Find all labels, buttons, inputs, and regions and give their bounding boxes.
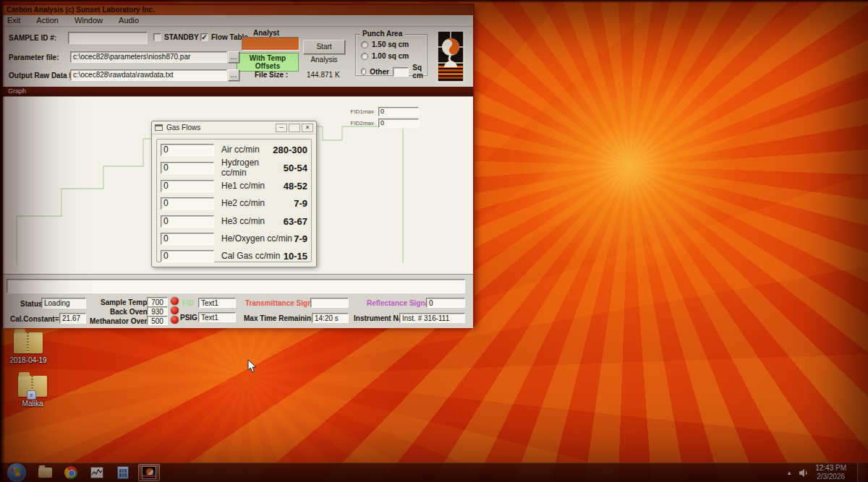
fid2-row: FID2max 0 bbox=[351, 119, 419, 128]
air-flow-input[interactable]: 0 bbox=[161, 144, 214, 156]
taskbar-carbon-analysis-button[interactable] bbox=[138, 464, 160, 481]
desktop-icon-label: 2018-04-19 bbox=[1, 356, 55, 364]
calgas-flow-range: 10-15 bbox=[284, 251, 307, 262]
gas-flow-row-he1: 0 He1 cc/min 48-52 bbox=[161, 179, 307, 192]
status-input[interactable]: Loading bbox=[41, 298, 86, 309]
message-textbox[interactable] bbox=[7, 279, 465, 293]
gas-flow-row-calgas: 0 Cal Gas cc/min 10-15 bbox=[161, 249, 307, 262]
sample-id-input[interactable] bbox=[68, 32, 148, 44]
reflectance-input[interactable]: 0 bbox=[426, 298, 465, 308]
taskbar-calculator-button[interactable] bbox=[112, 464, 134, 481]
control-panel: SAMPLE ID #: STANDBY ✓ Flow Table Analys… bbox=[3, 27, 473, 87]
minimize-button[interactable]: ─ bbox=[276, 124, 287, 132]
gas-flows-titlebar[interactable]: Gas Flows ─ ✕ bbox=[152, 121, 316, 134]
he1-flow-input[interactable]: 0 bbox=[161, 180, 214, 192]
maximize-button[interactable] bbox=[289, 124, 300, 132]
methanator-oven-led bbox=[171, 316, 179, 324]
heoxygen-flow-range: 7-9 bbox=[294, 233, 307, 244]
calculator-icon bbox=[117, 466, 129, 479]
start-analysis-button[interactable]: Start Analysis bbox=[303, 40, 345, 54]
file-size-value: 144.871 K bbox=[307, 71, 340, 79]
show-desktop-button[interactable] bbox=[857, 463, 865, 482]
punch-area-group: Punch Area 1.50 sq cm 1.00 sq cm Other S… bbox=[355, 34, 427, 76]
psig-input[interactable]: Text1 bbox=[198, 312, 236, 322]
fid1-row: FID1max 0 bbox=[351, 107, 419, 116]
back-oven-input[interactable]: 930 bbox=[147, 306, 168, 316]
analyst-input[interactable] bbox=[242, 37, 299, 51]
shortcut-badge-icon: e bbox=[27, 390, 36, 400]
fid-label: FID bbox=[182, 299, 194, 307]
punch-other-input[interactable] bbox=[393, 67, 409, 77]
windows-logo-icon bbox=[11, 468, 22, 478]
back-oven-led bbox=[171, 306, 179, 314]
radio-label: 1.50 sq cm bbox=[372, 40, 409, 48]
menu-exit[interactable]: Exit bbox=[7, 16, 20, 26]
hydrogen-flow-range: 50-54 bbox=[284, 163, 307, 173]
fid-input[interactable]: Text1 bbox=[198, 298, 236, 308]
clock-date: 2/3/2026 bbox=[815, 473, 846, 481]
close-button[interactable]: ✕ bbox=[302, 124, 313, 132]
taskbar-chrome-button[interactable] bbox=[60, 464, 82, 481]
menu-action[interactable]: Action bbox=[36, 16, 59, 26]
gas-flow-row-heoxygen: 0 He/Oxygen cc/min 7-9 bbox=[161, 232, 307, 245]
menu-window[interactable]: Window bbox=[75, 16, 103, 26]
standby-label: STANDBY bbox=[164, 33, 199, 41]
parameter-browse-button[interactable]: ... bbox=[228, 51, 239, 63]
cal-constant-input[interactable]: 21.67 bbox=[59, 313, 86, 324]
volume-icon[interactable] bbox=[799, 468, 809, 478]
he2-flow-label: He2 cc/min bbox=[221, 198, 294, 208]
sample-temp-input[interactable]: 700 bbox=[147, 297, 168, 306]
output-file-input[interactable]: c:\ocec828\rawdata\rawdata.txt bbox=[70, 69, 227, 81]
punch-radio-150[interactable]: 1.50 sq cm bbox=[361, 40, 427, 48]
chrome-icon bbox=[64, 466, 77, 479]
taskbar-clock[interactable]: 12:43 PM 2/3/2026 bbox=[815, 464, 851, 481]
he2-flow-input[interactable]: 0 bbox=[161, 197, 214, 210]
taskbar-explorer-button[interactable] bbox=[34, 464, 56, 481]
parameter-file-input[interactable]: c:\ocec828\parameters\niosh870.par bbox=[70, 51, 227, 63]
checkbox-box bbox=[153, 33, 161, 41]
psig-label: PSIG bbox=[180, 314, 197, 322]
punch-radio-other[interactable]: Other Sq cm bbox=[361, 64, 427, 79]
fid1-input[interactable]: 0 bbox=[378, 107, 419, 116]
he3-flow-input[interactable]: 0 bbox=[161, 215, 214, 228]
gas-flow-row-air: 0 Air cc/min 280-300 bbox=[161, 143, 307, 156]
he1-flow-range: 48-52 bbox=[284, 181, 307, 191]
graph-window-titlebar[interactable]: Graph bbox=[3, 87, 473, 96]
tray-expand-icon[interactable]: ▲ bbox=[786, 470, 792, 476]
folder-icon: e bbox=[18, 376, 47, 397]
window-titlebar[interactable]: Carbon Analysis (c) Sunset Laboratory In… bbox=[3, 5, 473, 15]
radio-icon bbox=[361, 68, 366, 75]
punch-area-title: Punch Area bbox=[360, 30, 404, 38]
heoxygen-flow-label: He/Oxygen cc/min bbox=[221, 233, 294, 244]
hydrogen-flow-input[interactable]: 0 bbox=[161, 162, 214, 174]
start-button[interactable] bbox=[7, 463, 26, 482]
window-title: Carbon Analysis (c) Sunset Laboratory In… bbox=[7, 6, 155, 14]
graph-title: Graph bbox=[8, 87, 26, 95]
calgas-flow-label: Cal Gas cc/min bbox=[221, 251, 284, 261]
radio-label: 1.00 sq cm bbox=[372, 52, 409, 60]
menu-bar: Exit Action Window Audio bbox=[3, 15, 473, 27]
instrument-name-input[interactable]: Inst. # 316-111 bbox=[399, 313, 465, 323]
clock-time: 12:43 PM bbox=[815, 464, 846, 473]
transmittance-input[interactable] bbox=[310, 298, 349, 308]
gas-flows-title: Gas Flows bbox=[166, 124, 274, 132]
fid2-input[interactable]: 0 bbox=[378, 119, 419, 128]
monitor-bezel-top bbox=[0, 0, 868, 3]
max-time-label: Max Time Remaining bbox=[244, 314, 315, 322]
taskbar-chart-app-button[interactable] bbox=[86, 464, 108, 481]
methanator-oven-input[interactable]: 500 bbox=[147, 316, 168, 325]
fid2-label: FID2max bbox=[351, 120, 374, 126]
taskbar: ▲ 12:43 PM 2/3/2026 bbox=[0, 462, 868, 482]
max-time-input[interactable]: 14:20 s bbox=[312, 313, 349, 323]
desktop-icon-malika-folder[interactable]: e Malika bbox=[6, 376, 59, 408]
heoxygen-flow-input[interactable]: 0 bbox=[161, 233, 214, 245]
standby-checkbox[interactable]: STANDBY bbox=[153, 33, 199, 41]
checkbox-check-icon: ✓ bbox=[200, 33, 208, 41]
punch-radio-100[interactable]: 1.00 sq cm bbox=[361, 52, 427, 60]
he1-flow-label: He1 cc/min bbox=[221, 181, 284, 191]
with-temp-offsets-tag: With Temp Offsets bbox=[237, 53, 299, 72]
menu-audio[interactable]: Audio bbox=[119, 16, 139, 26]
calgas-flow-input[interactable]: 0 bbox=[161, 250, 214, 262]
desktop-icon-zip-folder[interactable]: 2018-04-19 bbox=[1, 332, 55, 364]
output-browse-button[interactable]: ... bbox=[228, 69, 239, 81]
